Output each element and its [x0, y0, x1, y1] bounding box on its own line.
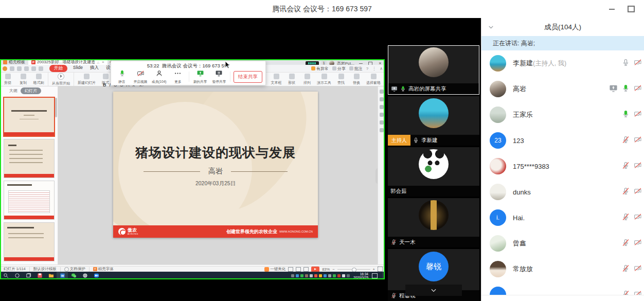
member-row[interactable]: 175****9383: [481, 153, 644, 179]
slide-canvas[interactable]: 猪场设计建设的现状与发展 高岩 2020年03月25日 傲农: [58, 86, 385, 264]
ribbon-button-文本框[interactable]: 文本框: [269, 74, 284, 85]
video-tile-5[interactable]: 馨锐程馨锐: [388, 249, 479, 301]
save-icon[interactable]: [10, 66, 14, 71]
member-row[interactable]: i.Hai.: [481, 205, 644, 231]
ribbon-button-形状[interactable]: 形状: [284, 74, 299, 85]
ribbon-button-从当前开始[interactable]: 从当前开始: [50, 73, 72, 86]
camera-off-icon[interactable]: [634, 58, 642, 68]
member-row[interactable]: 23123: [481, 128, 644, 153]
mic-icon[interactable]: [621, 161, 630, 172]
tray-icon[interactable]: [342, 274, 345, 277]
member-row[interactable]: dunks: [481, 179, 644, 205]
camera-off-icon[interactable]: [634, 187, 642, 197]
tray-icon[interactable]: [291, 274, 294, 277]
normal-view-icon[interactable]: [288, 267, 293, 272]
side-tool-icon[interactable]: [380, 90, 384, 94]
video-tile-1[interactable]: 高岩的屏幕共享: [388, 45, 479, 95]
mic-icon[interactable]: [621, 213, 630, 223]
toolbar-button-more[interactable]: 更多: [170, 69, 186, 84]
tab-slides[interactable]: 幻灯片: [21, 87, 41, 94]
ribbon-button-选择窗格[interactable]: 选择窗格: [364, 74, 383, 85]
video-tile-3[interactable]: 郭会茹: [388, 147, 479, 197]
member-row[interactable]: 高岩: [481, 76, 644, 102]
tray-icon[interactable]: [310, 274, 313, 277]
ribbon-tab-Slide[interactable]: Slide: [69, 65, 86, 72]
ribbon-button-查找[interactable]: 查找: [333, 74, 349, 85]
close-tab-icon[interactable]: ×: [102, 60, 104, 64]
mic-icon[interactable]: [621, 135, 630, 146]
side-tool-icon[interactable]: [380, 105, 384, 109]
ribbon-button-替换[interactable]: 替换: [349, 74, 364, 85]
collapse-videos-button[interactable]: [405, 285, 462, 296]
ribbon-button-新建幻灯片[interactable]: 新建幻灯片: [76, 74, 98, 85]
tray-icon[interactable]: [305, 274, 308, 277]
taskbar-tencent-meeting-icon[interactable]: [91, 272, 102, 279]
slide-thumbnail-4[interactable]: [4, 223, 54, 261]
slide-editor-surface[interactable]: 猪场设计建设的现状与发展 高岩 2020年03月25日 傲农: [113, 92, 318, 238]
menu-action-3[interactable]: 批注: [349, 66, 363, 72]
minimize-button[interactable]: [603, 0, 620, 18]
camera-off-icon[interactable]: [634, 110, 642, 120]
toolbar-button-members[interactable]: 成员(104): [151, 69, 167, 84]
camera-off-icon[interactable]: [634, 264, 642, 274]
ribbon-tab-插入[interactable]: 插入: [86, 65, 102, 72]
tab-outline[interactable]: 大纲: [9, 88, 17, 94]
action-center-icon[interactable]: [372, 273, 378, 278]
mic-icon[interactable]: [621, 238, 630, 249]
toolbar-button-new-share[interactable]: 新的共享: [192, 69, 208, 84]
camera-off-icon[interactable]: [634, 238, 642, 249]
menu-glyph[interactable]: ∧: [380, 66, 383, 71]
taskbar-clock[interactable]: 16:342020/3/25: [353, 272, 368, 279]
beautify-button[interactable]: 一键美化: [264, 267, 285, 272]
member-row[interactable]: 王家乐: [481, 102, 644, 128]
camera-off-icon[interactable]: [634, 135, 642, 146]
toolbar-button-camera[interactable]: 开启视频: [133, 69, 148, 84]
redo-icon[interactable]: [39, 66, 43, 71]
undo-icon[interactable]: [31, 66, 36, 71]
ribbon-tab-开始[interactable]: 开始: [49, 65, 67, 72]
mic-icon[interactable]: [621, 84, 630, 95]
mic-icon[interactable]: [621, 290, 630, 296]
design-template-label[interactable]: 默认设计模板: [33, 267, 57, 272]
menu-glyph[interactable]: ⋮: [372, 66, 376, 71]
ribbon-button-格式刷[interactable]: 格式刷: [31, 74, 46, 85]
ribbon-button-演示工具[interactable]: 演示工具: [315, 74, 333, 85]
print-icon[interactable]: [17, 66, 22, 71]
slide-thumbnail-1[interactable]: [4, 98, 54, 136]
camera-off-icon[interactable]: [634, 213, 642, 223]
mic-icon[interactable]: [621, 58, 630, 69]
toolbar-button-mute[interactable]: 静音: [114, 69, 130, 84]
camera-off-icon[interactable]: [634, 84, 642, 94]
tray-icon[interactable]: [300, 274, 303, 277]
tray-icon[interactable]: [328, 274, 331, 277]
toolbar-button-pause-share[interactable]: 暂停共享: [211, 69, 227, 84]
preview-icon[interactable]: [24, 66, 29, 71]
zoom-out-button[interactable]: −: [332, 267, 334, 272]
taskbar-browser-icon[interactable]: [79, 272, 91, 279]
taskbar-wechat-icon[interactable]: [68, 272, 79, 279]
mic-icon[interactable]: [621, 110, 630, 120]
thumbnail-scrollbar[interactable]: [55, 98, 57, 117]
menu-action-2[interactable]: 分享: [332, 66, 346, 72]
zoom-in-button[interactable]: +: [373, 267, 375, 272]
tray-icon[interactable]: [347, 274, 350, 277]
tray-icon[interactable]: [324, 274, 327, 277]
mic-icon[interactable]: [621, 264, 630, 275]
taskbar-file-explorer-icon[interactable]: [45, 272, 57, 279]
tray-icon[interactable]: [296, 274, 299, 277]
slideshow-button[interactable]: [311, 267, 319, 272]
camera-off-icon[interactable]: [634, 290, 642, 295]
member-row[interactable]: 李新建(主持人, 我): [481, 50, 644, 76]
show-desktop-button[interactable]: [383, 272, 385, 279]
tray-icon[interactable]: [337, 274, 341, 277]
ribbon-button-复制[interactable]: 复制: [15, 74, 31, 85]
sorter-view-icon[interactable]: [296, 267, 301, 272]
ribbon-button-剪切[interactable]: 剪切: [0, 74, 15, 85]
camera-off-icon[interactable]: [634, 161, 642, 171]
side-tool-icon[interactable]: [380, 120, 384, 125]
video-tile-2[interactable]: 主持人李新建: [388, 96, 479, 146]
slide-thumbnail-2[interactable]: [4, 139, 54, 178]
taskbar-wps-office-icon[interactable]: [34, 272, 45, 279]
member-row[interactable]: 曾鑫: [481, 231, 644, 256]
fit-window-icon[interactable]: [378, 267, 383, 272]
